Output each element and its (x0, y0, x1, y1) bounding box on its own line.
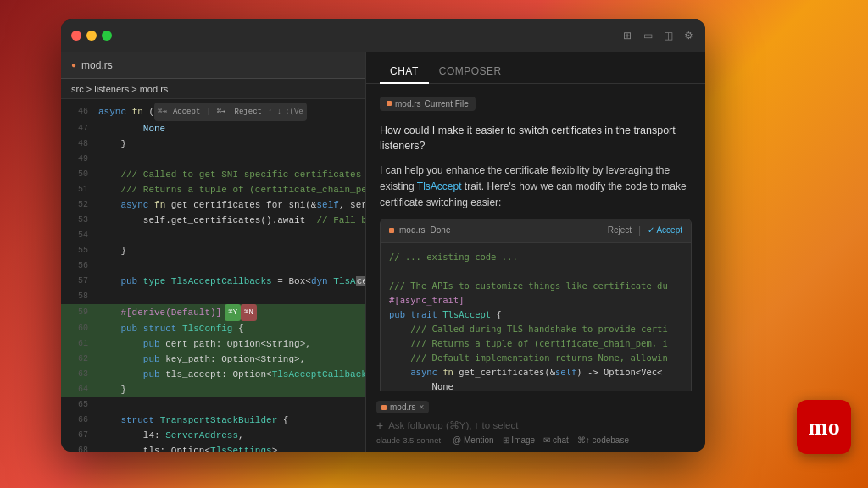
assistant-message-text: I can help you enhance the certificate f… (380, 163, 692, 212)
code-block-filename: mod.rs (399, 224, 426, 237)
table-row: 67 l4: ServerAddress, (61, 428, 365, 443)
code-lines: 46 async fn ( ⌘⇥ Accept | ⌘⇥ Reject ↑ ↓ … (61, 99, 365, 452)
table-row: 57 pub type TlsAcceptCallbacks = Box<dyn… (61, 274, 365, 289)
file-dot (387, 101, 392, 106)
reject-code-button[interactable]: Reject (608, 224, 632, 237)
file-dot-3 (381, 405, 387, 410)
input-file-name: mod.rs (390, 402, 416, 412)
table-row: 58 (61, 289, 365, 304)
input-file-tag-row: mod.rs × (376, 398, 695, 419)
code-block-status: Done (431, 224, 451, 237)
mo-badge: mo (797, 400, 851, 454)
table-row: 46 async fn ( ⌘⇥ Accept | ⌘⇥ Reject ↑ ↓ … (61, 103, 365, 121)
user-message: How could I make it easier to switch cer… (380, 123, 692, 155)
table-row: 49 (61, 152, 365, 167)
layout-icon-3[interactable]: ◫ (661, 29, 675, 42)
file-icon: ● (71, 60, 76, 69)
tls-accept-link[interactable]: TlsAccept (417, 180, 462, 192)
badge-n: ⌘N (241, 304, 257, 321)
close-button[interactable] (71, 30, 81, 41)
layout-icon-1[interactable]: ⊞ (620, 29, 634, 42)
code-block-content: // ... existing code ... /// The APIs to… (381, 243, 691, 391)
add-context-icon[interactable]: + (376, 419, 383, 432)
table-row: 51 /// Returns a tuple of (certificate_c… (61, 182, 365, 197)
list-item: // ... existing code ... (389, 250, 682, 264)
breadcrumb: src > listeners > mod.rs (61, 79, 365, 99)
titlebar: ⊞ ▭ ◫ ⚙ (61, 19, 705, 52)
main-content: ● mod.rs src > listeners > mod.rs 46 asy… (61, 52, 705, 452)
titlebar-actions: ⊞ ▭ ◫ ⚙ (620, 29, 695, 42)
table-row: 47 None (61, 121, 365, 136)
chat-input-row: + (376, 419, 695, 432)
layout-icon-2[interactable]: ▭ (641, 29, 654, 42)
list-item: /// Returns a tuple of (certificate_chai… (389, 336, 682, 351)
code-area: 46 async fn ( ⌘⇥ Accept | ⌘⇥ Reject ↑ ↓ … (61, 99, 365, 452)
list-item: /// The APIs to customize things like ce… (389, 279, 682, 293)
user-message-text: How could I make it easier to switch cer… (380, 123, 692, 155)
editor-tab[interactable]: ● mod.rs (61, 52, 365, 79)
reject-button-2[interactable]: Reject (232, 103, 264, 120)
table-row: 48 } (61, 136, 365, 152)
table-row: 64 } (61, 382, 365, 397)
table-row: 56 (61, 258, 365, 274)
table-row: 52 async fn get_certificates_for_sni(&se… (61, 197, 365, 213)
table-row: 68 tls: Option<TlsSettings>, (61, 443, 365, 452)
remove-file-button[interactable]: × (420, 402, 425, 412)
list-item (389, 264, 682, 279)
badge-y: ⌘Y (225, 304, 241, 321)
table-row: 65 (61, 397, 365, 413)
traffic-lights (71, 30, 112, 41)
table-row: 59 #[derive(Default)] ⌘Y ⌘N (61, 304, 365, 321)
chat-messages: mod.rs Current File How could I make it … (366, 84, 705, 391)
table-row: 62 pub key_path: Option<String>, (61, 352, 365, 367)
table-row: 60 pub struct TlsConfig { (61, 321, 365, 336)
list-item: #[async_trait] (389, 293, 682, 308)
codebase-button[interactable]: ⌘↑ codebase (577, 435, 629, 445)
model-badge: claude-3.5-sonnet (376, 435, 441, 445)
list-item: pub trait TlsAccept { (389, 308, 682, 322)
table-row: 66 struct TransportStackBuilder { (61, 413, 365, 428)
table-row: 61 pub cert_path: Option<String>, (61, 336, 365, 352)
assistant-message: I can help you enhance the certificate f… (380, 163, 692, 391)
file-dot-2 (389, 228, 394, 233)
reject-button[interactable]: ⌘⇥ (214, 103, 229, 120)
table-row: 53 self.get_certificates().await // Fall… (61, 213, 365, 228)
mention-button[interactable]: @ Mention (453, 435, 494, 445)
list-item: async fn get_certificates(&self) -> Opti… (389, 365, 682, 380)
file-ref-label: Current File (425, 99, 469, 108)
chat-input-area: mod.rs × + claude-3.5-sonnet @ Mention ⊞… (366, 391, 705, 452)
settings-icon[interactable]: ⚙ (682, 29, 695, 42)
list-item: /// Default implementation returns None,… (389, 351, 682, 365)
accept-button[interactable]: Accept (170, 103, 203, 120)
chat-panel: CHAT COMPOSER mod.rs Current File How co… (366, 52, 705, 452)
file-ref-tag: mod.rs Current File (380, 97, 476, 111)
inline-toolbar: ⌘⇥ Accept | ⌘⇥ Reject ↑ ↓ :(Ve (154, 103, 307, 121)
editor-tab-label: mod.rs (81, 59, 113, 71)
code-block: mod.rs Done Reject | ✓ Accept // ... exi… (380, 219, 692, 391)
code-block-header: mod.rs Done Reject | ✓ Accept (381, 219, 691, 243)
accept-code-button[interactable]: ✓ Accept (648, 224, 682, 237)
table-row: 55 } (61, 243, 365, 258)
breadcrumb-text: src > listeners > mod.rs (71, 84, 168, 94)
chat-button[interactable]: ✉ chat (543, 435, 569, 445)
code-block-actions: Reject | ✓ Accept (608, 223, 682, 239)
editor-panel: ● mod.rs src > listeners > mod.rs 46 asy… (61, 52, 366, 452)
tab-chat[interactable]: CHAT (380, 60, 429, 84)
chat-input[interactable] (388, 420, 695, 430)
chat-tabs: CHAT COMPOSER (366, 52, 705, 84)
image-button[interactable]: ⊞ Image (503, 435, 536, 445)
table-row: 54 (61, 228, 365, 243)
file-ref-name: mod.rs (395, 99, 421, 108)
input-file-tag: mod.rs × (376, 401, 429, 413)
code-block-file-ref: mod.rs Done (389, 224, 450, 237)
tab-composer[interactable]: COMPOSER (429, 60, 512, 84)
input-actions: claude-3.5-sonnet @ Mention ⊞ Image ✉ ch… (376, 432, 695, 445)
maximize-button[interactable] (102, 30, 112, 41)
list-item: None (389, 380, 682, 391)
list-item: /// Called during TLS handshake to provi… (389, 322, 682, 336)
table-row: 63 pub tls_accept: Option<TlsAcceptCallb… (61, 367, 365, 382)
app-window: ⊞ ▭ ◫ ⚙ ● mod.rs src > listeners > mod.r… (61, 19, 705, 452)
minimize-button[interactable] (86, 30, 97, 41)
file-reference-tag: mod.rs Current File (380, 94, 692, 114)
table-row: 50 /// Called to get SNI-specific certif… (61, 167, 365, 182)
